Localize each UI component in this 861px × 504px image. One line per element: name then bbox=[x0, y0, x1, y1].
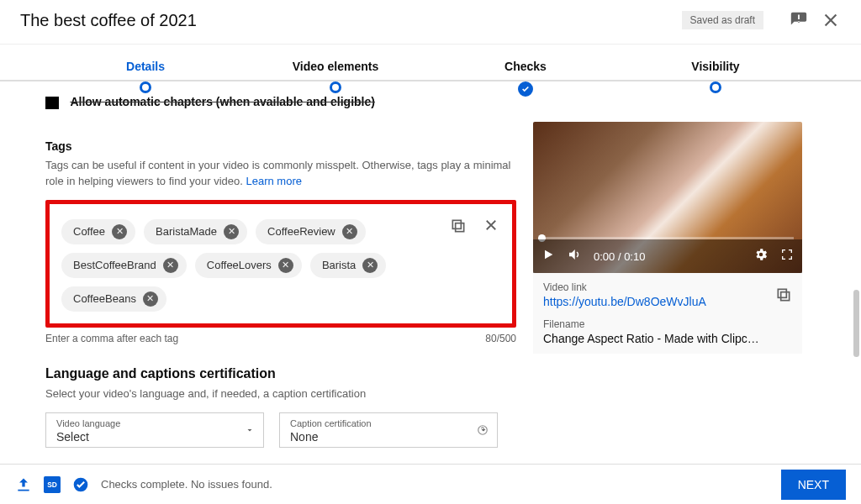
tag-label: BaristaMade bbox=[156, 225, 217, 238]
step-video-elements[interactable]: Video elements bbox=[240, 60, 430, 93]
tags-counter: 80/500 bbox=[485, 333, 516, 344]
feedback-icon[interactable] bbox=[789, 10, 809, 30]
play-icon[interactable] bbox=[541, 248, 555, 265]
close-icon[interactable] bbox=[821, 10, 841, 30]
svg-text:SD: SD bbox=[47, 480, 57, 489]
video-link-label: Video link bbox=[543, 281, 706, 293]
select-label: Caption certification bbox=[290, 418, 487, 428]
tag-remove-icon[interactable]: ✕ bbox=[112, 224, 127, 239]
select-value: None bbox=[290, 430, 487, 444]
tag-label: BestCoffeeBrand bbox=[73, 259, 156, 271]
step-checks[interactable]: Checks bbox=[430, 60, 621, 97]
svg-rect-4 bbox=[778, 289, 786, 297]
tag-label: Barista bbox=[322, 259, 356, 271]
page-title: The best coffee of 2021 bbox=[20, 11, 682, 30]
svg-rect-1 bbox=[452, 220, 461, 228]
language-description: Select your video's language and, if nee… bbox=[45, 386, 516, 402]
video-language-select[interactable]: Video language Select bbox=[45, 412, 264, 448]
tag-remove-icon[interactable]: ✕ bbox=[362, 258, 378, 273]
upload-icon[interactable] bbox=[15, 476, 32, 493]
select-label: Video language bbox=[56, 418, 253, 428]
tag-chip[interactable]: Barista✕ bbox=[310, 253, 386, 278]
tag-label: CoffeeBeans bbox=[73, 292, 136, 305]
tags-input-box[interactable]: Coffee✕BaristaMade✕CoffeeReview✕BestCoff… bbox=[45, 200, 516, 328]
tag-chip[interactable]: BaristaMade✕ bbox=[144, 219, 247, 244]
video-preview[interactable]: 0:00 / 0:10 bbox=[533, 122, 802, 273]
tag-chip[interactable]: BestCoffeeBrand✕ bbox=[61, 253, 187, 278]
tag-remove-icon[interactable]: ✕ bbox=[163, 258, 178, 273]
tags-heading: Tags bbox=[45, 139, 516, 153]
tag-remove-icon[interactable]: ✕ bbox=[143, 291, 158, 307]
footer-bar: SD Checks complete. No issues found. NEX… bbox=[0, 464, 861, 504]
video-link[interactable]: https://youtu.be/Dw8OeWvJluA bbox=[543, 295, 706, 308]
tag-chip[interactable]: CoffeeLovers✕ bbox=[195, 253, 302, 278]
tag-label: Coffee bbox=[73, 225, 105, 238]
select-value: Select bbox=[56, 430, 253, 444]
filename-value: Change Aspect Ratio - Made with Clipc… bbox=[543, 332, 787, 345]
video-time: 0:00 / 0:10 bbox=[594, 250, 645, 263]
tag-chip[interactable]: CoffeeBeans✕ bbox=[61, 286, 166, 312]
tag-remove-icon[interactable]: ✕ bbox=[342, 224, 357, 239]
learn-more-link[interactable]: Learn more bbox=[246, 175, 301, 187]
step-label: Checks bbox=[504, 60, 547, 73]
scrollbar[interactable] bbox=[853, 290, 859, 357]
fullscreen-icon[interactable] bbox=[780, 248, 794, 265]
chevron-down-icon bbox=[478, 425, 489, 435]
tag-label: CoffeeLovers bbox=[207, 259, 272, 271]
tags-description: Tags can be useful if content in your vi… bbox=[45, 158, 516, 190]
step-visibility[interactable]: Visibility bbox=[621, 60, 811, 93]
copy-tags-icon[interactable] bbox=[450, 218, 467, 238]
tag-remove-icon[interactable]: ✕ bbox=[278, 258, 293, 273]
sd-badge-icon[interactable]: SD bbox=[44, 476, 61, 493]
svg-rect-3 bbox=[781, 292, 790, 301]
caption-certification-select[interactable]: Caption certification None bbox=[279, 412, 498, 448]
check-circle-icon bbox=[72, 476, 89, 493]
step-label: Details bbox=[126, 60, 165, 73]
tag-chip[interactable]: CoffeeReview✕ bbox=[256, 219, 366, 244]
copy-link-icon[interactable] bbox=[775, 286, 792, 307]
settings-icon[interactable] bbox=[753, 247, 769, 265]
previous-option-truncated: Allow automatic chapters (when available… bbox=[45, 97, 516, 109]
tag-remove-icon[interactable]: ✕ bbox=[224, 224, 239, 239]
stepper: Details Video elements Checks Visibility bbox=[0, 45, 861, 97]
svg-rect-0 bbox=[456, 223, 464, 232]
tags-hint: Enter a comma after each tag bbox=[45, 333, 178, 344]
next-button[interactable]: NEXT bbox=[781, 470, 846, 500]
clear-tags-icon[interactable] bbox=[483, 218, 499, 238]
draft-status-badge: Saved as draft bbox=[682, 11, 763, 29]
step-label: Video elements bbox=[293, 60, 378, 73]
step-details[interactable]: Details bbox=[50, 60, 240, 93]
language-heading: Language and captions certification bbox=[45, 366, 516, 381]
step-label: Visibility bbox=[691, 60, 739, 73]
tag-chip[interactable]: Coffee✕ bbox=[61, 219, 135, 244]
filename-label: Filename bbox=[543, 318, 792, 330]
volume-icon[interactable] bbox=[567, 247, 582, 265]
footer-status: Checks complete. No issues found. bbox=[101, 478, 272, 491]
tag-label: CoffeeReview bbox=[267, 225, 335, 238]
chevron-down-icon bbox=[245, 425, 255, 435]
